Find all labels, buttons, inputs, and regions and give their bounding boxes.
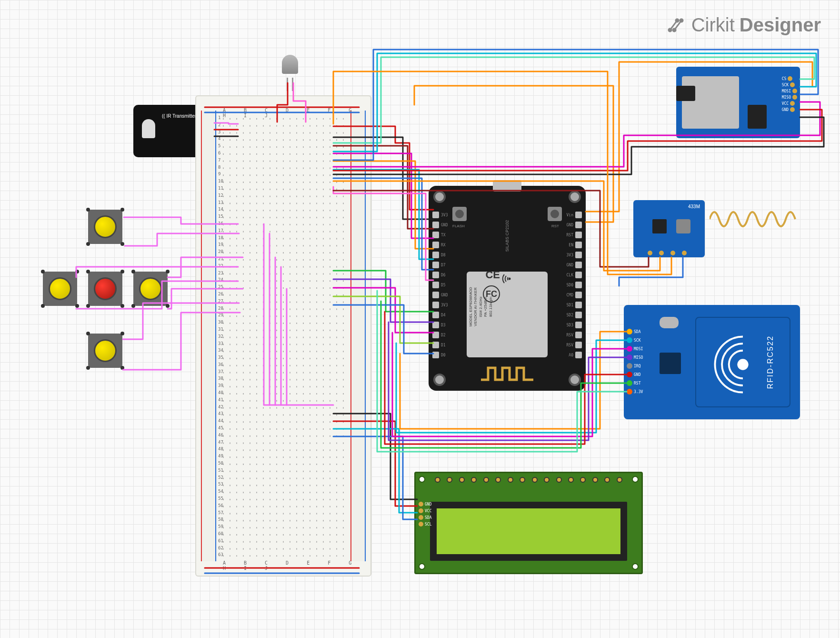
brand-name-1: Cirkit [691,14,735,36]
micro-usb-icon [493,180,521,192]
breadboard-row-labels: 1234567891011121314151617181920212223242… [218,115,223,557]
ce-mark: CE [485,269,500,281]
rf-pins [648,251,687,255]
breadboard-rail-left [200,111,217,561]
svg-point-3 [680,19,683,22]
rf-crystal-icon [676,219,690,233]
usb-chip-label: SILABS CP2102 [505,212,510,260]
sd-slot-icon [682,76,739,129]
button-right[interactable] [133,272,168,306]
svg-point-2 [676,19,679,22]
sd-card-module: CSSCKMOSIMISOVCCGND [676,67,800,138]
rfid-pins: SDASCKMOSIMISOIRQGNDRST3.3V [627,329,643,395]
button-center[interactable] [88,272,122,306]
rf-433-module: 433M [633,200,705,257]
flash-button[interactable] [452,207,467,221]
esp-pins-left: 3V3GNDTXRXD8D7D6D5GND3V3D4D3D2D1D0 [432,212,448,358]
logo-icon [668,16,687,35]
sd-regulator-icon [748,105,767,129]
breadboard-col-labels-bottom: A B C D E F G H I J [223,560,370,571]
dpad-button-group [43,210,186,400]
reset-label: RST [551,224,559,228]
lcd-16x2-i2c: GNDVCCSDASCL [414,472,643,574]
button-up[interactable] [88,210,122,244]
breadboard-holes [220,115,347,557]
rf-chip-icon [652,219,667,233]
esp-shield: MODEL ESP8266MOD VENDOR AI-THINKER ISM 2… [467,272,548,357]
button-left[interactable] [43,272,77,306]
rfid-crystal-icon [660,317,679,328]
rf-label: 433M [688,204,700,209]
rf-spring-antenna-icon [710,200,805,238]
reset-button[interactable] [548,207,562,221]
fcc-mark: FC [483,285,500,303]
svg-point-4 [509,278,510,280]
rfid-rc522-module: RFID-RC522 SDASCKMOSIMISOIRQGNDRST3.3V [624,305,800,419]
lcd-screen [430,502,627,561]
sd-pins: CSSCKMOSIMISOVCCGND [782,76,797,112]
breadboard-rail-right [350,111,367,561]
ir-tx-led-icon [142,119,155,138]
brand-name-2: Designer [740,14,821,36]
esp8266-nodemcu: FLASH RST SILABS CP2102 MODEL ESP8266MOD… [429,186,586,391]
lcd-header-pins [435,477,622,485]
wifi-icon [500,273,514,284]
breadboard: A B C D E F G H I J A B C D E F G H I J … [195,95,371,577]
breadboard-col-labels-top: A B C D E F G H I J [223,108,370,118]
svg-point-1 [673,29,676,31]
rfid-antenna-coil [695,317,790,407]
svg-point-5 [738,360,748,369]
button-down[interactable] [88,334,122,368]
ir-led-component [282,55,298,82]
rfid-label: RFID-RC522 [766,335,775,389]
brand-logo: Cirkit Designer [668,14,821,36]
flash-label: FLASH [452,224,465,228]
lcd-i2c-pins: GNDVCCSDASCL [419,502,431,527]
ir-tx-label: (( IR Transmitter [162,113,196,119]
pcb-antenna-icon [479,363,536,382]
esp-pins-right: VinGNDRSTEN3V3GNDCLKSD0CMDSD1SD2SD3RSVRS… [567,212,582,358]
rfid-chip-icon [660,353,681,374]
svg-point-0 [669,29,671,31]
